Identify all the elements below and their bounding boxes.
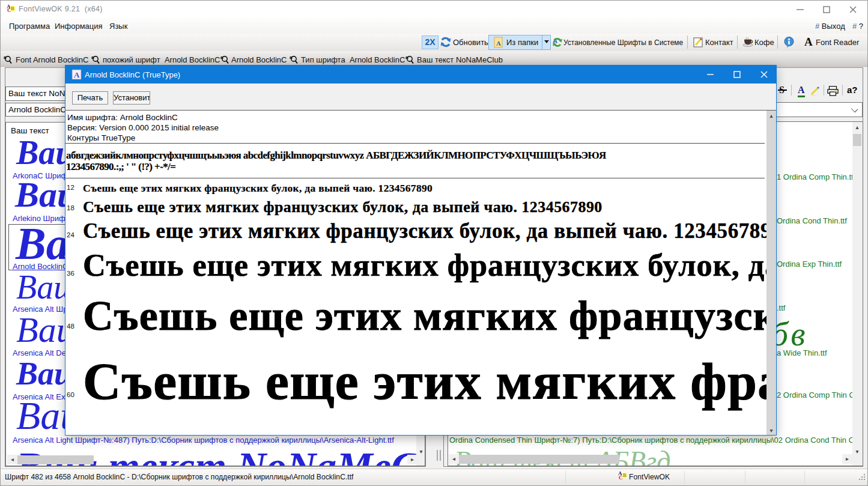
svg-text:A: A <box>496 40 501 47</box>
svg-text:A: A <box>74 70 80 79</box>
